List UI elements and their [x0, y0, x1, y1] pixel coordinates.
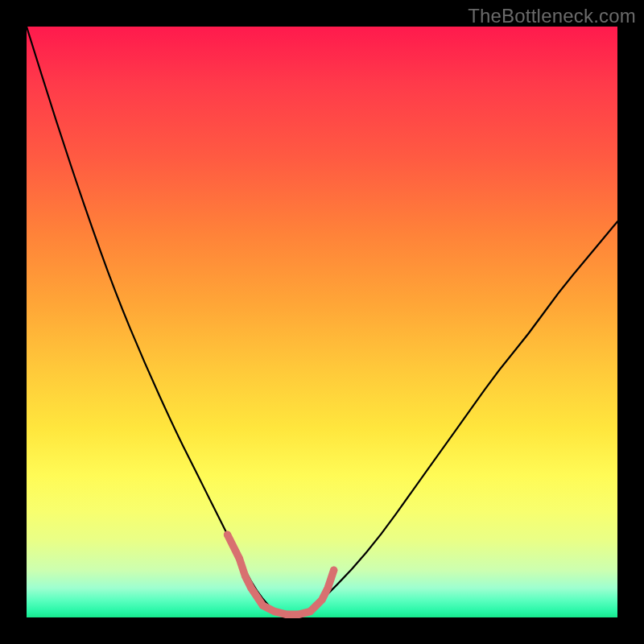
chart-curve-markers — [224, 531, 337, 618]
chart-plot-area — [27, 27, 617, 617]
chart-marker-dot — [307, 608, 314, 615]
chart-marker-dot — [283, 611, 290, 618]
chart-marker-dot — [330, 567, 337, 574]
chart-marker-dot — [295, 611, 302, 618]
chart-marker-dot — [247, 584, 254, 592]
chart-marker-dot — [319, 596, 326, 603]
chart-marker-dot — [224, 531, 231, 539]
watermark-text: TheBottleneck.com — [468, 5, 636, 27]
chart-curve-line — [27, 27, 617, 614]
chart-marker-dot — [236, 555, 243, 562]
chart-marker-dot — [312, 602, 320, 609]
chart-svg — [27, 27, 617, 617]
chart-marker-dot — [271, 608, 279, 615]
chart-marker-dot — [259, 602, 266, 609]
chart-stage: TheBottleneck.com — [0, 0, 644, 644]
chart-marker-dot — [242, 572, 249, 580]
chart-marker-dot — [324, 584, 332, 592]
